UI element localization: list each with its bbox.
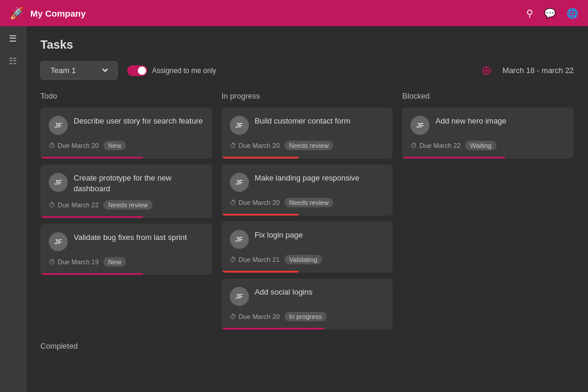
card-meta: ⏱ Due March 22 Needs review bbox=[49, 200, 204, 210]
search-icon[interactable]: ⚲ bbox=[526, 8, 533, 19]
clock-icon: ⏱ bbox=[230, 142, 236, 149]
card-title: Describe user story for search feature bbox=[74, 116, 203, 127]
navbar-logo: 🚀 bbox=[10, 6, 24, 20]
column-in-progress: In progress JF Build customer contact fo… bbox=[222, 91, 393, 336]
avatar: JF bbox=[230, 230, 249, 249]
team-dropdown[interactable]: Team 1 Team 2 bbox=[48, 65, 110, 75]
card-title: Validate bug fixes from last sprint bbox=[74, 232, 187, 243]
card-title: Fix login page bbox=[255, 230, 303, 241]
main-content: Tasks Team 1 Team 2 Assigned to me only … bbox=[26, 26, 588, 392]
card-due: ⏱ Due March 19 bbox=[49, 258, 99, 265]
card-due: ⏱ Due March 20 bbox=[230, 313, 280, 320]
card-title: Create prototype for the new dashboard bbox=[74, 173, 204, 194]
completed-section: Completed bbox=[40, 342, 574, 350]
card-meta: ⏱ Due March 20 Needs review bbox=[230, 141, 385, 150]
chat-icon[interactable]: 💬 bbox=[544, 8, 556, 19]
task-card[interactable]: JF Make landing page responsive ⏱ Due Ma… bbox=[222, 165, 393, 216]
avatar: JF bbox=[230, 287, 249, 306]
assigned-toggle[interactable] bbox=[127, 65, 147, 76]
toggle-label: Assigned to me only bbox=[152, 67, 216, 75]
card-meta: ⏱ Due March 19 New bbox=[49, 257, 204, 267]
page-title: Tasks bbox=[40, 38, 574, 52]
clock-icon: ⏱ bbox=[49, 142, 55, 149]
status-badge: New bbox=[103, 141, 126, 150]
card-due: ⏱ Due March 20 bbox=[230, 142, 280, 149]
card-title: Add social logins bbox=[255, 287, 313, 298]
task-card[interactable]: JF Validate bug fixes from last sprint ⏱… bbox=[40, 224, 212, 275]
navbar-left: 🚀 My Company bbox=[10, 6, 86, 20]
toolbar: Team 1 Team 2 Assigned to me only ⊕ Marc… bbox=[40, 61, 574, 80]
card-due: ⏱ Due March 22 bbox=[49, 201, 99, 208]
clock-icon: ⏱ bbox=[49, 201, 55, 208]
card-due: ⏱ Due March 21 bbox=[230, 256, 280, 263]
avatar: JF bbox=[49, 173, 68, 192]
status-badge: Needs review bbox=[103, 200, 153, 210]
clock-icon: ⏱ bbox=[230, 256, 236, 263]
task-card[interactable]: JF Add new hero image ⏱ Due March 22 Wai… bbox=[402, 108, 574, 159]
card-title: Make landing page responsive bbox=[255, 173, 359, 184]
card-meta: ⏱ Due March 22 Waiting bbox=[410, 141, 565, 150]
toolbar-right: ⊕ March 18 - march 22 bbox=[481, 63, 574, 78]
clock-icon: ⏱ bbox=[49, 258, 55, 265]
clock-icon: ⏱ bbox=[230, 313, 236, 320]
card-meta: ⏱ Due March 20 Needs review bbox=[230, 198, 385, 207]
clock-icon: ⏱ bbox=[230, 199, 236, 206]
status-badge: Validating bbox=[284, 255, 323, 264]
column-in-progress-header: In progress bbox=[222, 91, 393, 100]
avatar: JF bbox=[410, 116, 429, 135]
team-selector[interactable]: Team 1 Team 2 bbox=[40, 61, 118, 80]
card-title: Build customer contact form bbox=[255, 116, 350, 127]
navbar: 🚀 My Company ⚲ 💬 🌐 bbox=[0, 0, 588, 26]
date-range: March 18 - march 22 bbox=[502, 66, 574, 75]
toggle-container: Assigned to me only bbox=[127, 65, 216, 76]
avatar: JF bbox=[230, 116, 249, 135]
card-due: ⏱ Due March 22 bbox=[410, 142, 460, 149]
task-card[interactable]: JF Fix login page ⏱ Due March 21 Validat… bbox=[222, 222, 393, 273]
navbar-title: My Company bbox=[30, 8, 86, 18]
status-badge: New bbox=[103, 257, 126, 267]
globe-icon[interactable]: 🌐 bbox=[567, 8, 578, 19]
status-badge: Needs review bbox=[284, 141, 334, 150]
column-blocked-header: Blocked bbox=[402, 91, 574, 100]
add-button[interactable]: ⊕ bbox=[481, 63, 492, 78]
task-card[interactable]: JF Build customer contact form ⏱ Due Mar… bbox=[222, 108, 393, 159]
navbar-right: ⚲ 💬 🌐 bbox=[526, 8, 578, 19]
kanban-board: Todo JF Describe user story for search f… bbox=[40, 91, 574, 336]
status-badge: Needs review bbox=[284, 198, 334, 207]
status-badge: Waiting bbox=[465, 141, 496, 150]
card-meta: ⏱ Due March 20 In progress bbox=[230, 312, 385, 321]
column-todo: Todo JF Describe user story for search f… bbox=[40, 91, 212, 336]
status-badge: In progress bbox=[284, 312, 327, 321]
card-title: Add new hero image bbox=[435, 116, 506, 127]
task-card[interactable]: JF Create prototype for the new dashboar… bbox=[40, 165, 212, 218]
column-todo-header: Todo bbox=[40, 91, 212, 100]
avatar: JF bbox=[230, 173, 249, 192]
task-card[interactable]: JF Describe user story for search featur… bbox=[40, 108, 212, 159]
avatar: JF bbox=[49, 116, 68, 135]
avatar: JF bbox=[49, 232, 68, 251]
task-card[interactable]: JF Add social logins ⏱ Due March 20 In p… bbox=[222, 279, 393, 330]
card-meta: ⏱ Due March 21 Validating bbox=[230, 255, 385, 264]
sidebar-filter-icon[interactable]: ☷ bbox=[9, 56, 17, 67]
clock-icon: ⏱ bbox=[410, 142, 417, 149]
column-blocked: Blocked JF Add new hero image ⏱ Due Marc… bbox=[402, 91, 574, 336]
sidebar-tasks-icon[interactable]: ☰ bbox=[9, 33, 17, 44]
card-due: ⏱ Due March 20 bbox=[49, 142, 99, 149]
sidebar: ☰ ☷ bbox=[0, 26, 26, 392]
card-meta: ⏱ Due March 20 New bbox=[49, 141, 204, 150]
card-due: ⏱ Due March 20 bbox=[230, 199, 280, 206]
